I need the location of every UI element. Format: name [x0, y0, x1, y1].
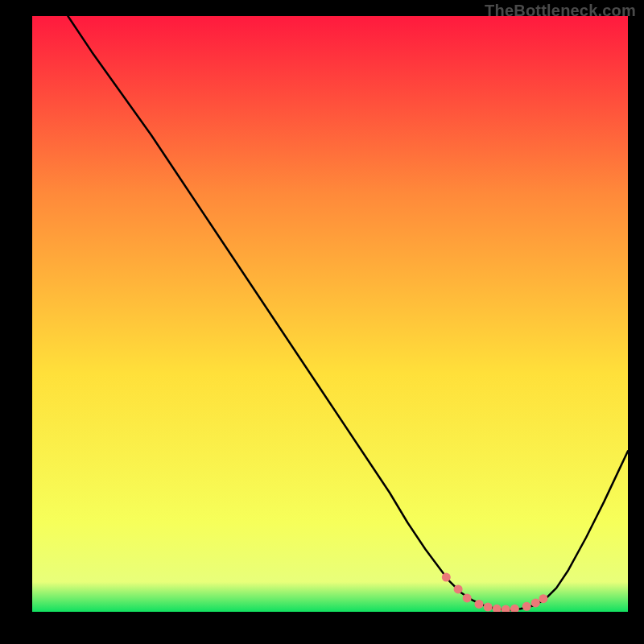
- marker-point: [463, 593, 472, 602]
- chart-svg: [32, 16, 628, 612]
- plot-area: [32, 16, 628, 612]
- marker-point: [442, 573, 451, 582]
- marker-point: [539, 594, 547, 603]
- chart-stage: TheBottleneck.com: [0, 0, 644, 644]
- marker-point: [475, 600, 484, 609]
- marker-point: [454, 584, 463, 593]
- gradient-background: [32, 16, 628, 612]
- marker-point: [531, 598, 540, 607]
- marker-point: [484, 603, 493, 612]
- marker-point: [522, 602, 531, 611]
